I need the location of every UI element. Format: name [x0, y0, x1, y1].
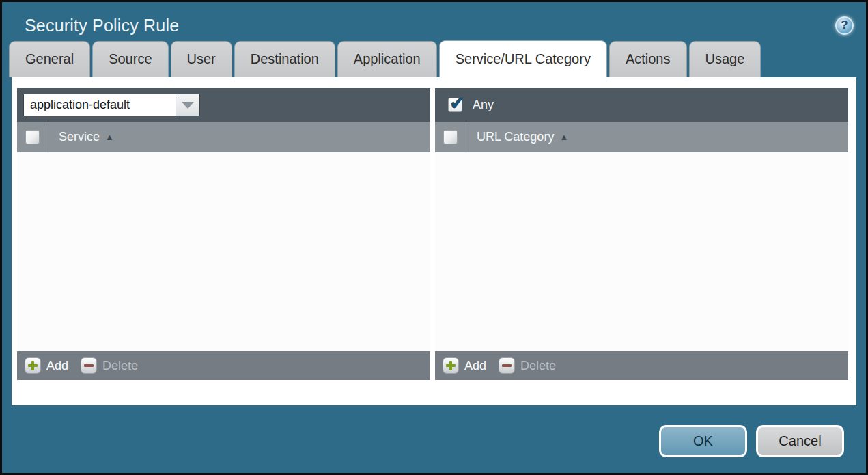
service-panel: Service ▲ Add Delete	[17, 88, 430, 380]
service-footer: Add Delete	[17, 351, 430, 380]
tab-general[interactable]: General	[9, 41, 90, 77]
delete-icon	[499, 357, 515, 374]
dialog-button-row: OK Cancel	[659, 425, 844, 457]
any-row: Any	[441, 98, 494, 112]
service-select-all-cell	[17, 130, 48, 144]
tab-destination[interactable]: Destination	[234, 41, 335, 77]
url-category-footer: Add Delete	[435, 351, 848, 380]
tab-application[interactable]: Application	[337, 41, 437, 77]
url-category-delete-button[interactable]: Delete	[499, 357, 556, 374]
url-category-panel: Any URL Category ▲ Add	[435, 88, 848, 380]
help-icon[interactable]: ?	[835, 16, 854, 35]
add-label: Add	[46, 359, 68, 373]
url-category-table-body[interactable]	[435, 152, 848, 351]
url-category-select-all-checkbox[interactable]	[443, 130, 458, 144]
panels-container: Service ▲ Add Delete	[17, 88, 848, 380]
chevron-down-icon	[182, 102, 194, 109]
url-category-select-all-cell	[435, 130, 466, 144]
delete-label: Delete	[520, 359, 556, 373]
url-category-toolbar: Any	[435, 88, 848, 122]
service-toolbar	[17, 88, 430, 122]
url-category-column-label: URL Category	[477, 130, 554, 144]
security-policy-rule-dialog: Security Policy Rule ? General Source Us…	[0, 0, 868, 475]
url-category-table-header: URL Category ▲	[435, 122, 848, 152]
service-column-label: Service	[59, 130, 100, 144]
service-table-header: Service ▲	[17, 122, 430, 152]
delete-icon	[81, 357, 97, 374]
service-type-dropdown[interactable]	[23, 94, 200, 116]
service-column-header[interactable]: Service ▲	[48, 122, 114, 152]
tab-content: Service ▲ Add Delete	[12, 77, 856, 405]
service-type-input[interactable]	[24, 94, 176, 116]
ok-button[interactable]: OK	[659, 425, 747, 457]
add-label: Add	[464, 359, 486, 373]
any-checkbox[interactable]	[448, 98, 462, 112]
sort-asc-icon: ▲	[105, 133, 114, 141]
delete-label: Delete	[102, 359, 138, 373]
tab-user[interactable]: User	[171, 41, 232, 77]
tab-source[interactable]: Source	[92, 41, 168, 77]
service-table-body[interactable]	[17, 152, 430, 351]
service-delete-button[interactable]: Delete	[81, 357, 138, 374]
cancel-button[interactable]: Cancel	[756, 425, 844, 457]
dialog-title: Security Policy Rule	[25, 16, 179, 36]
service-type-dropdown-button[interactable]	[176, 94, 199, 116]
url-category-column-header[interactable]: URL Category ▲	[466, 122, 568, 152]
titlebar: Security Policy Rule ?	[2, 2, 866, 40]
tab-actions[interactable]: Actions	[609, 41, 687, 77]
service-select-all-checkbox[interactable]	[25, 130, 40, 144]
add-icon	[25, 357, 41, 374]
sort-asc-icon: ▲	[559, 133, 568, 141]
any-label: Any	[473, 98, 494, 112]
service-add-button[interactable]: Add	[25, 357, 68, 374]
add-icon	[443, 357, 459, 374]
tab-service-url-category[interactable]: Service/URL Category	[439, 40, 607, 77]
tab-bar: General Source User Destination Applicat…	[2, 40, 866, 77]
url-category-add-button[interactable]: Add	[443, 357, 486, 374]
tab-usage[interactable]: Usage	[689, 41, 761, 77]
